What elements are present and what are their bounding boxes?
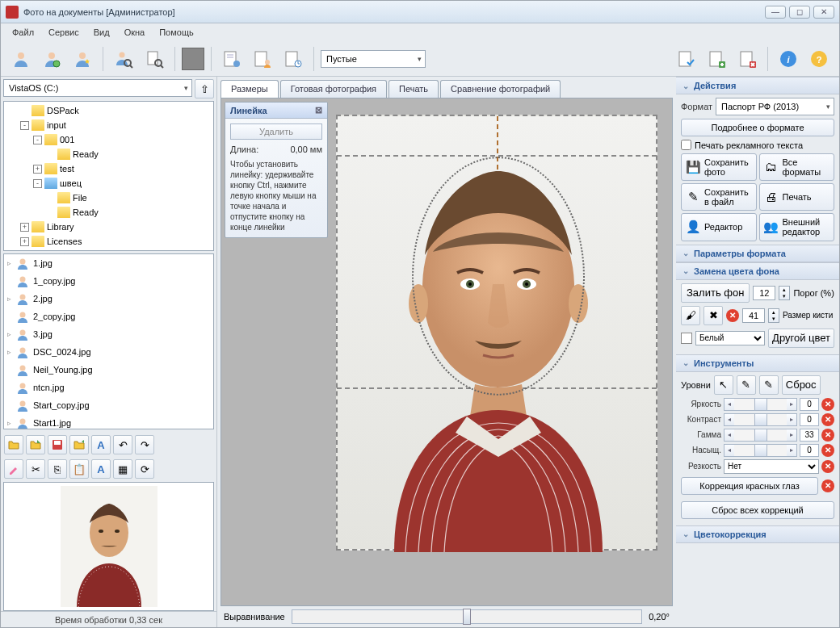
redeye-reset-icon[interactable]: ✕ <box>821 479 834 492</box>
colorcorr-header[interactable]: ⌄Цветокоррекция <box>676 525 839 543</box>
action-ext-button[interactable]: 👥Внешний редактор <box>759 213 835 241</box>
file-row[interactable]: Neil_Young.jpg <box>4 361 213 379</box>
drive-combo[interactable]: VistaOS (C:) <box>3 79 192 97</box>
file-edit-icon[interactable] <box>4 459 23 479</box>
info-button[interactable]: i <box>775 45 802 73</box>
threshold-spinner[interactable]: ▴▾ <box>779 286 790 300</box>
brush-size-input[interactable] <box>742 308 765 323</box>
brush-reset-icon[interactable]: ✕ <box>726 309 739 322</box>
format-params-header[interactable]: ⌄Параметры формата <box>676 245 839 262</box>
brush-erase-icon[interactable]: ✖ <box>704 306 723 325</box>
sharpness-reset-icon[interactable]: ✕ <box>821 460 834 473</box>
folder-tree[interactable]: DSPack-input-001Ready+test-швецFileReady… <box>3 101 214 251</box>
color-swatch[interactable] <box>182 48 204 70</box>
tree-item[interactable]: -input <box>4 118 213 132</box>
maximize-button[interactable]: ◻ <box>789 6 810 19</box>
tree-item[interactable]: Ready <box>4 205 213 220</box>
file-open2-icon[interactable] <box>26 435 45 454</box>
other-color-button[interactable]: Другой цвет <box>768 329 834 348</box>
slider-Контраст[interactable]: ◂▸ <box>724 413 797 426</box>
bg-replace-header[interactable]: ⌄Замена цвета фона <box>676 262 839 280</box>
tab-1[interactable]: Готовая фотография <box>280 80 387 98</box>
file-row[interactable]: ▹DSC_0024.jpg <box>4 343 213 361</box>
menu-Помощь[interactable]: Помощь <box>153 25 200 40</box>
tree-toggle-icon[interactable]: + <box>33 165 42 174</box>
reset-all-button[interactable]: Сброс всех коррекций <box>681 501 834 519</box>
action-savefile-button[interactable]: ✎Сохранить в файл <box>681 183 757 211</box>
file-row[interactable]: ntcn.jpg <box>4 379 213 396</box>
tree-item[interactable]: File <box>4 190 213 205</box>
tree-item[interactable]: +test <box>4 161 213 176</box>
file-expand-icon[interactable]: ▹ <box>7 330 15 338</box>
bg-color-swatch[interactable] <box>681 333 692 344</box>
minimize-button[interactable]: — <box>765 6 786 19</box>
toolbar-doc-add-button[interactable] <box>703 45 730 73</box>
menu-Окна[interactable]: Окна <box>118 25 152 40</box>
file-open-icon[interactable] <box>4 435 23 454</box>
file-row[interactable]: 2_copy.jpg <box>4 308 213 325</box>
toolbar-doc-remove-button[interactable] <box>733 45 761 73</box>
tab-3[interactable]: Сравнение фотографий <box>440 80 561 98</box>
menu-Вид[interactable]: Вид <box>87 25 116 40</box>
fill-bg-button[interactable]: Залить фон <box>681 283 750 303</box>
ruler-header[interactable]: Линейка ⊠ <box>225 103 327 119</box>
file-save-icon[interactable] <box>48 435 67 454</box>
levels-reset-button[interactable]: Сброс <box>782 375 821 395</box>
action-print-button[interactable]: 🖨Печать <box>759 183 835 211</box>
redeye-button[interactable]: Коррекция красных глаз <box>681 477 818 495</box>
tree-toggle-icon[interactable]: - <box>33 179 42 188</box>
file-paste-icon[interactable]: 📋 <box>69 459 89 479</box>
slider-reset-icon[interactable]: ✕ <box>821 398 834 411</box>
file-expand-icon[interactable]: ▹ <box>7 259 15 267</box>
tree-item[interactable]: +Licenses <box>4 234 213 249</box>
format-details-button[interactable]: Подробнее о формате <box>681 119 834 136</box>
slider-reset-icon[interactable]: ✕ <box>821 429 834 442</box>
tree-toggle-icon[interactable]: + <box>20 223 29 232</box>
file-expand-icon[interactable]: ▹ <box>7 295 15 303</box>
threshold-input[interactable] <box>753 286 775 300</box>
file-a-icon[interactable]: A <box>91 435 111 454</box>
drive-up-button[interactable]: ⇧ <box>195 79 214 98</box>
file-row[interactable]: ▹1.jpg <box>4 254 213 272</box>
toolbar-profile-combo[interactable]: Пустые <box>321 50 426 68</box>
levels-cursor-icon[interactable]: ↖ <box>714 375 733 395</box>
tab-2[interactable]: Печать <box>388 80 439 98</box>
tree-item[interactable]: Ready <box>4 147 213 161</box>
file-refresh-icon[interactable]: ⟳ <box>135 459 154 479</box>
tree-item[interactable]: DSPack <box>4 103 213 118</box>
brush-paint-icon[interactable]: 🖌 <box>681 306 700 325</box>
format-combo[interactable]: Паспорт РФ (2013) <box>716 98 834 115</box>
photo-canvas[interactable]: Линейка ⊠ Удалить Длина:0,00 мм Чтобы ус… <box>220 98 673 606</box>
file-a2-icon[interactable]: A <box>91 459 111 479</box>
file-copy-icon[interactable]: ⎘ <box>48 459 67 479</box>
tab-0[interactable]: Размеры <box>220 80 279 98</box>
alignment-slider[interactable] <box>292 609 642 624</box>
file-row[interactable]: ▹3.jpg <box>4 325 213 343</box>
ruler-close-icon[interactable]: ⊠ <box>315 105 322 115</box>
file-rotate-right-icon[interactable]: ↷ <box>135 435 154 454</box>
tree-item[interactable]: +Projects <box>4 249 213 251</box>
toolbar-doc-check-button[interactable] <box>672 45 699 73</box>
ad-text-checkbox[interactable]: Печать рекламного текста <box>681 140 834 150</box>
tree-toggle-icon[interactable]: - <box>20 121 29 130</box>
tree-toggle-icon[interactable]: + <box>20 237 29 246</box>
action-all-button[interactable]: 🗂Все форматы <box>759 153 835 181</box>
file-row[interactable]: 1_copy.jpg <box>4 272 213 290</box>
tools-header[interactable]: ⌄Инструменты <box>676 354 839 372</box>
slider-Яркость[interactable]: ◂▸ <box>724 398 797 411</box>
file-export-icon[interactable] <box>69 435 89 454</box>
menu-Сервис[interactable]: Сервис <box>42 25 86 40</box>
file-row[interactable]: Start_copy.jpg <box>4 396 213 414</box>
close-button[interactable]: ✕ <box>813 6 834 19</box>
ad-text-input[interactable] <box>681 140 691 150</box>
file-grid-icon[interactable]: ▦ <box>113 459 132 479</box>
tree-toggle-icon[interactable]: - <box>33 136 42 144</box>
actions-header[interactable]: ⌄Действия <box>676 77 839 94</box>
file-row[interactable]: ▹Start1.jpg <box>4 414 213 429</box>
levels-dropper-black-icon[interactable]: ✎ <box>737 375 756 395</box>
toolbar-person-star-button[interactable] <box>69 45 96 73</box>
help-button[interactable]: ? <box>805 45 833 73</box>
tree-item[interactable]: -швец <box>4 176 213 190</box>
toolbar-list-gear-button[interactable] <box>218 45 246 73</box>
tree-item[interactable]: +Library <box>4 220 213 234</box>
